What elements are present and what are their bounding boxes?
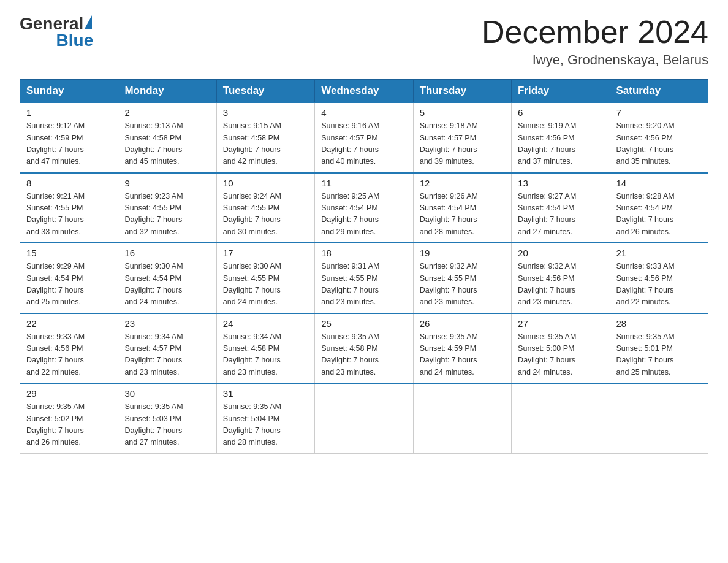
calendar-cell: 8Sunrise: 9:21 AMSunset: 4:55 PMDaylight…	[20, 173, 118, 243]
day-number: 23	[124, 318, 210, 329]
calendar-cell: 26Sunrise: 9:35 AMSunset: 4:59 PMDayligh…	[413, 313, 511, 384]
calendar-cell: 2Sunrise: 9:13 AMSunset: 4:58 PMDaylight…	[118, 102, 216, 173]
day-number: 8	[26, 178, 112, 188]
day-number: 7	[616, 107, 702, 118]
calendar-cell: 7Sunrise: 9:20 AMSunset: 4:56 PMDaylight…	[610, 102, 708, 173]
day-number: 6	[518, 107, 603, 118]
calendar-cell	[413, 383, 511, 453]
calendar-cell	[610, 383, 708, 453]
calendar-header-sunday: Sunday	[20, 80, 118, 103]
day-info: Sunrise: 9:21 AMSunset: 4:55 PMDaylight:…	[26, 191, 112, 239]
calendar-cell: 25Sunrise: 9:35 AMSunset: 4:58 PMDayligh…	[315, 313, 413, 384]
day-info: Sunrise: 9:15 AMSunset: 4:58 PMDaylight:…	[223, 120, 308, 168]
calendar-cell: 13Sunrise: 9:27 AMSunset: 4:54 PMDayligh…	[512, 173, 610, 243]
calendar-cell: 29Sunrise: 9:35 AMSunset: 5:02 PMDayligh…	[20, 383, 118, 453]
month-title: December 2024	[482, 15, 708, 50]
day-number: 22	[26, 318, 112, 329]
calendar-cell: 27Sunrise: 9:35 AMSunset: 5:00 PMDayligh…	[512, 313, 610, 384]
day-number: 2	[124, 107, 210, 118]
calendar-header-friday: Friday	[512, 80, 610, 103]
calendar-cell: 11Sunrise: 9:25 AMSunset: 4:54 PMDayligh…	[315, 173, 413, 243]
calendar-header-saturday: Saturday	[610, 80, 708, 103]
day-number: 11	[321, 178, 406, 188]
calendar-cell	[315, 383, 413, 453]
calendar-cell: 12Sunrise: 9:26 AMSunset: 4:54 PMDayligh…	[413, 173, 511, 243]
calendar-cell: 24Sunrise: 9:34 AMSunset: 4:58 PMDayligh…	[216, 313, 314, 384]
day-number: 20	[518, 248, 603, 258]
page-header: General Blue December 2024 Iwye, Grodnen…	[20, 15, 708, 68]
calendar-cell: 15Sunrise: 9:29 AMSunset: 4:54 PMDayligh…	[20, 243, 118, 313]
day-number: 15	[26, 248, 112, 258]
day-number: 3	[223, 107, 308, 118]
day-number: 5	[420, 107, 505, 118]
calendar-week-row: 22Sunrise: 9:33 AMSunset: 4:56 PMDayligh…	[20, 313, 708, 384]
calendar-cell: 31Sunrise: 9:35 AMSunset: 5:04 PMDayligh…	[216, 383, 314, 453]
day-number: 18	[321, 248, 406, 258]
day-number: 24	[223, 318, 308, 329]
calendar-cell: 19Sunrise: 9:32 AMSunset: 4:55 PMDayligh…	[413, 243, 511, 313]
calendar-cell: 16Sunrise: 9:30 AMSunset: 4:54 PMDayligh…	[118, 243, 216, 313]
day-info: Sunrise: 9:31 AMSunset: 4:55 PMDaylight:…	[321, 261, 406, 308]
calendar-cell: 1Sunrise: 9:12 AMSunset: 4:59 PMDaylight…	[20, 102, 118, 173]
day-number: 17	[223, 248, 308, 258]
location-subtitle: Iwye, Grodnenskaya, Belarus	[482, 52, 708, 68]
day-number: 13	[518, 178, 603, 188]
day-info: Sunrise: 9:33 AMSunset: 4:56 PMDaylight:…	[616, 261, 702, 308]
day-info: Sunrise: 9:35 AMSunset: 4:58 PMDaylight:…	[321, 331, 406, 379]
day-number: 16	[124, 248, 210, 258]
calendar-cell: 5Sunrise: 9:18 AMSunset: 4:57 PMDaylight…	[413, 102, 511, 173]
day-info: Sunrise: 9:30 AMSunset: 4:55 PMDaylight:…	[223, 261, 308, 308]
day-info: Sunrise: 9:35 AMSunset: 5:03 PMDaylight:…	[124, 401, 210, 449]
calendar-cell: 14Sunrise: 9:28 AMSunset: 4:54 PMDayligh…	[610, 173, 708, 243]
day-number: 29	[26, 388, 112, 399]
day-info: Sunrise: 9:29 AMSunset: 4:54 PMDaylight:…	[26, 261, 112, 308]
title-block: December 2024 Iwye, Grodnenskaya, Belaru…	[482, 15, 708, 68]
day-info: Sunrise: 9:33 AMSunset: 4:56 PMDaylight:…	[26, 331, 112, 379]
calendar-week-row: 8Sunrise: 9:21 AMSunset: 4:55 PMDaylight…	[20, 173, 708, 243]
calendar-cell: 20Sunrise: 9:32 AMSunset: 4:56 PMDayligh…	[512, 243, 610, 313]
calendar-header-row: SundayMondayTuesdayWednesdayThursdayFrid…	[20, 80, 708, 103]
day-number: 25	[321, 318, 406, 329]
day-number: 12	[420, 178, 505, 188]
calendar-cell: 3Sunrise: 9:15 AMSunset: 4:58 PMDaylight…	[216, 102, 314, 173]
day-info: Sunrise: 9:35 AMSunset: 5:02 PMDaylight:…	[26, 401, 112, 449]
day-info: Sunrise: 9:34 AMSunset: 4:58 PMDaylight:…	[223, 331, 308, 379]
calendar-week-row: 15Sunrise: 9:29 AMSunset: 4:54 PMDayligh…	[20, 243, 708, 313]
day-info: Sunrise: 9:13 AMSunset: 4:58 PMDaylight:…	[124, 120, 210, 168]
day-info: Sunrise: 9:18 AMSunset: 4:57 PMDaylight:…	[420, 120, 505, 168]
day-info: Sunrise: 9:16 AMSunset: 4:57 PMDaylight:…	[321, 120, 406, 168]
calendar-cell: 22Sunrise: 9:33 AMSunset: 4:56 PMDayligh…	[20, 313, 118, 384]
day-info: Sunrise: 9:23 AMSunset: 4:55 PMDaylight:…	[124, 191, 210, 239]
day-number: 31	[223, 388, 308, 399]
day-number: 10	[223, 178, 308, 188]
day-number: 4	[321, 107, 406, 118]
day-number: 26	[420, 318, 505, 329]
day-number: 27	[518, 318, 603, 329]
day-info: Sunrise: 9:25 AMSunset: 4:54 PMDaylight:…	[321, 191, 406, 239]
calendar-week-row: 29Sunrise: 9:35 AMSunset: 5:02 PMDayligh…	[20, 383, 708, 453]
calendar-header-thursday: Thursday	[413, 80, 511, 103]
day-info: Sunrise: 9:12 AMSunset: 4:59 PMDaylight:…	[26, 120, 112, 168]
calendar-cell: 23Sunrise: 9:34 AMSunset: 4:57 PMDayligh…	[118, 313, 216, 384]
day-number: 14	[616, 178, 702, 188]
day-number: 9	[124, 178, 210, 188]
calendar-cell: 4Sunrise: 9:16 AMSunset: 4:57 PMDaylight…	[315, 102, 413, 173]
calendar-cell: 28Sunrise: 9:35 AMSunset: 5:01 PMDayligh…	[610, 313, 708, 384]
calendar-cell: 10Sunrise: 9:24 AMSunset: 4:55 PMDayligh…	[216, 173, 314, 243]
calendar-header-wednesday: Wednesday	[315, 80, 413, 103]
calendar-cell: 18Sunrise: 9:31 AMSunset: 4:55 PMDayligh…	[315, 243, 413, 313]
calendar-cell: 21Sunrise: 9:33 AMSunset: 4:56 PMDayligh…	[610, 243, 708, 313]
calendar-cell: 30Sunrise: 9:35 AMSunset: 5:03 PMDayligh…	[118, 383, 216, 453]
day-info: Sunrise: 9:26 AMSunset: 4:54 PMDaylight:…	[420, 191, 505, 239]
day-info: Sunrise: 9:35 AMSunset: 4:59 PMDaylight:…	[420, 331, 505, 379]
calendar-table: SundayMondayTuesdayWednesdayThursdayFrid…	[20, 79, 708, 454]
calendar-header-tuesday: Tuesday	[216, 80, 314, 103]
calendar-week-row: 1Sunrise: 9:12 AMSunset: 4:59 PMDaylight…	[20, 102, 708, 173]
day-info: Sunrise: 9:19 AMSunset: 4:56 PMDaylight:…	[518, 120, 603, 168]
day-number: 30	[124, 388, 210, 399]
calendar-header-monday: Monday	[118, 80, 216, 103]
day-info: Sunrise: 9:28 AMSunset: 4:54 PMDaylight:…	[616, 191, 702, 239]
calendar-cell: 9Sunrise: 9:23 AMSunset: 4:55 PMDaylight…	[118, 173, 216, 243]
day-number: 1	[26, 107, 112, 118]
day-number: 21	[616, 248, 702, 258]
